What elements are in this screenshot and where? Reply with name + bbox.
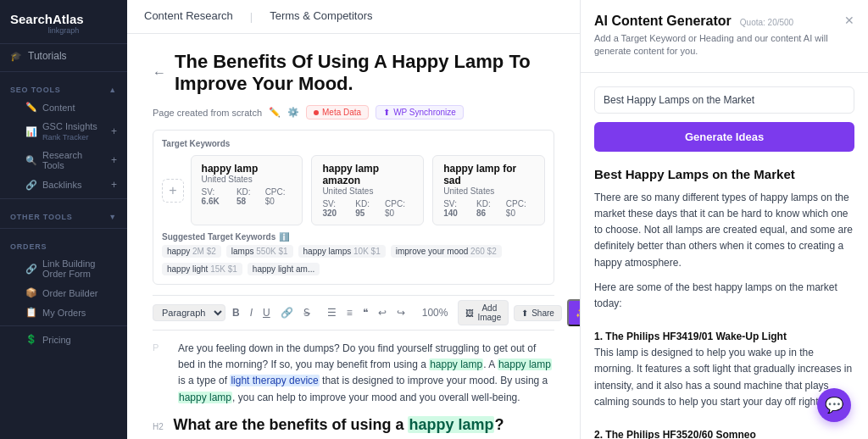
ai-result-sub: Here are some of the best happy lamps on… (594, 280, 854, 312)
section-seo-tools: SEO TOOLS ▲ (0, 75, 127, 97)
add-image-button[interactable]: 🖼 Add Image (458, 300, 509, 325)
sidebar: SearchAtlas linkgraph 🎓 Tutorials SEO TO… (0, 0, 127, 439)
editor-content: P Are you feeling down in the dumps? Do … (153, 341, 554, 439)
toolbar-actions: 🖼 Add Image ⬆ Share ✨ AI Co... (458, 299, 580, 326)
tag-happy-light[interactable]: happy light 15K $1 (162, 263, 242, 275)
highlight-happy-lamp-3: happy lamp (178, 392, 232, 403)
kw-country-0: United States (202, 175, 292, 184)
sidebar-item-research-tools[interactable]: 🔍 Research Tools + (0, 146, 127, 175)
editor-title: The Benefits Of Using A Happy Lamp To Im… (175, 51, 554, 95)
kw-name-1: happy lamp amazon (322, 163, 413, 186)
research-icon: 🔍 (25, 155, 37, 166)
ai-result-title: Best Happy Lamps on the Market (594, 167, 854, 181)
info-icon: ℹ️ (279, 232, 289, 242)
paragraph-select[interactable]: Paragraph (153, 304, 225, 321)
undo-button[interactable]: ↩ (375, 305, 390, 320)
tutorials-label: Tutorials (28, 50, 67, 62)
blockquote-button[interactable]: ❝ (359, 305, 371, 320)
sidebar-item-gsc-insights[interactable]: 📊 GSC Insights Rank Tracker + (0, 117, 127, 146)
badge-dot (314, 110, 319, 115)
bold-button[interactable]: B (229, 305, 243, 320)
brand-name: SearchAtlas (10, 12, 117, 26)
sidebar-item-backlinks[interactable]: 🔗 Backlinks + (0, 175, 127, 195)
zoom-level: 100% (419, 305, 452, 320)
backlinks-icon: 🔗 (25, 180, 37, 191)
kw-name-0: happy lamp (202, 163, 292, 175)
keyword-card-0: happy lamp United States SV: 6.6K KD: 58… (191, 155, 303, 225)
gsc-icon: 📊 (25, 126, 37, 137)
sidebar-item-order-builder[interactable]: 📦 Order Builder (0, 283, 127, 303)
tag-happy[interactable]: happy 2M $2 (162, 245, 221, 258)
content-icon: ✏️ (25, 102, 37, 113)
ai-panel-body: Generate Ideas Best Happy Lamps on the M… (581, 73, 868, 439)
ai-panel-header-content: AI Content Generator Quota: 20/500 Add a… (594, 14, 844, 58)
meta-data-badge[interactable]: Meta Data (306, 105, 369, 119)
ai-panel: AI Content Generator Quota: 20/500 Add a… (580, 0, 868, 439)
order-builder-icon: 📦 (25, 287, 37, 298)
highlight-happy-lamp-h2: happy lamp (408, 416, 494, 433)
bullet-list-button[interactable]: ☰ (324, 305, 340, 320)
research-plus[interactable]: + (111, 154, 117, 166)
suggested-section: Suggested Target Keywords ℹ️ happy 2M $2… (162, 232, 545, 275)
underline-button[interactable]: U (259, 305, 274, 320)
nav-divider: | (250, 10, 253, 23)
numbered-list-button[interactable]: ≡ (343, 305, 356, 320)
tag-happy-lamps[interactable]: happy lamps 10K $1 (298, 245, 386, 258)
sidebar-item-link-building[interactable]: 🔗 Link Building Order Form (0, 254, 127, 283)
sidebar-item-pricing[interactable]: 💲 Pricing (0, 330, 127, 349)
highlight-light-therapy: light therapy device (230, 375, 319, 386)
sidebar-logo: SearchAtlas linkgraph (0, 0, 127, 44)
chat-bubble[interactable]: 💬 (817, 388, 851, 422)
link-button[interactable]: 🔗 (277, 305, 297, 320)
share-button[interactable]: ⬆ Share (514, 305, 562, 321)
divider-other (0, 198, 127, 199)
heading-block-h2: H2 What are the benefits of using a happ… (153, 416, 554, 434)
backlinks-plus[interactable]: + (111, 179, 117, 191)
generate-ideas-button[interactable]: Generate Ideas (594, 122, 854, 152)
ai-button[interactable]: ✨ AI Co... (567, 299, 580, 326)
edit-icon[interactable]: ✏️ (269, 107, 281, 118)
kw-stats-2: SV: 140 KD: 86 CPC: $0 (443, 199, 534, 218)
wp-sync-badge[interactable]: ⬆ WP Synchronize (376, 105, 464, 119)
tag-happy-light-am[interactable]: happy light am... (248, 263, 320, 275)
kw-stats-1: SV: 320 KD: 95 CPC: $0 (322, 199, 413, 218)
ai-lamp-1-title: 1. The Philips HF3419/01 Wake-Up Light (594, 329, 854, 345)
link-building-icon: 🔗 (25, 264, 37, 275)
nav-terms-competitors[interactable]: Terms & Competitors (270, 1, 372, 32)
italic-button[interactable]: I (247, 305, 256, 320)
page-subtitle: Page created from scratch ✏️ ⚙️ Meta Dat… (153, 105, 554, 119)
tag-improve-mood[interactable]: improve your mood 260 $2 (391, 245, 502, 258)
ai-lamp-1-desc: This lamp is designed to help you wake u… (594, 345, 854, 410)
ai-keyword-input[interactable] (594, 86, 854, 114)
tag-lamps[interactable]: lamps 550K $1 (226, 245, 293, 258)
h2-text: What are the benefits of using a happy l… (173, 416, 504, 433)
gsc-plus[interactable]: + (111, 125, 117, 137)
ai-panel-desc: Add a Target Keyword or Heading and our … (594, 32, 844, 58)
close-button[interactable]: ✕ (844, 14, 854, 27)
keyword-card-1: happy lamp amazon United States SV: 320 … (311, 155, 424, 225)
tutorials-icon: 🎓 (10, 51, 22, 62)
add-keyword-button[interactable]: + (162, 179, 184, 203)
ai-panel-quota: Quota: 20/500 (740, 18, 793, 27)
sidebar-item-content[interactable]: ✏️ Content (0, 97, 127, 117)
sidebar-item-my-orders[interactable]: 📋 My Orders (0, 303, 127, 322)
para-text-0[interactable]: Are you feeling down in the dumps? Do yo… (178, 341, 554, 406)
settings-icon[interactable]: ⚙️ (287, 107, 299, 118)
back-button[interactable]: ← (153, 65, 166, 81)
kw-stats-0: SV: 6.6K KD: 58 CPC: $0 (202, 187, 292, 206)
divider-orders (0, 228, 127, 229)
suggested-tags: happy 2M $2 lamps 550K $1 happy lamps 10… (162, 245, 545, 275)
redo-button[interactable]: ↪ (393, 305, 409, 320)
para-block-0: P Are you feeling down in the dumps? Do … (153, 341, 554, 406)
sidebar-item-tutorials[interactable]: 🎓 Tutorials (0, 44, 127, 68)
strikethrough-button[interactable]: S̶ (300, 305, 314, 320)
chat-icon: 💬 (825, 396, 843, 414)
suggested-label: Suggested Target Keywords ℹ️ (162, 232, 545, 242)
ai-lamp-2-title: 2. The Philips HF3520/60 Somneo (594, 427, 854, 439)
para-label-0: P (153, 341, 170, 406)
kw-country-1: United States (322, 186, 413, 196)
editor-toolbar: Paragraph B I U 🔗 S̶ ☰ ≡ ❝ ↩ ↪ 100% 🖼 Ad… (153, 295, 554, 331)
highlight-happy-lamp-1: happy lamp (429, 358, 483, 370)
ai-panel-header: AI Content Generator Quota: 20/500 Add a… (581, 0, 868, 73)
nav-content-research[interactable]: Content Research (144, 1, 233, 32)
